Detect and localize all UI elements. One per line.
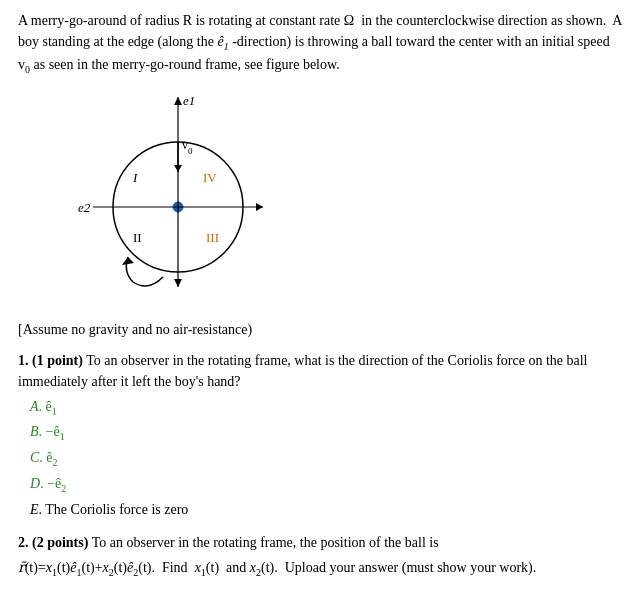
answer-choices-q1: A. ê1 B. −ê1 C. ê2 D. −ê2 E. The Corioli…	[30, 396, 623, 520]
svg-text:I: I	[132, 170, 138, 185]
assume-section: [Assume no gravity and no air-resistance…	[18, 319, 623, 340]
svg-text:IV: IV	[203, 170, 217, 185]
svg-text:v0: v0	[182, 138, 193, 156]
q2-label: 2. (2 points) To an observer in the rota…	[18, 532, 623, 553]
svg-text:e1: e1	[183, 93, 195, 108]
choice-E: E. The Coriolis force is zero	[30, 499, 623, 520]
choice-A: A. ê1	[30, 396, 623, 419]
figure-container: I IV II III e1 e2 v0	[78, 87, 278, 303]
svg-marker-9	[122, 257, 134, 265]
choice-D: D. −ê2	[30, 473, 623, 496]
svg-text:II: II	[133, 230, 142, 245]
choice-C: C. ê2	[30, 447, 623, 470]
q2-formula: r̄(t)=x1(t)ê1(t)+x2(t)ê2(t). Find x1(t) …	[18, 557, 623, 580]
question2-section: 2. (2 points) To an observer in the rota…	[18, 532, 623, 580]
intro-paragraph: A merry-go-around of radius R is rotatin…	[18, 10, 623, 77]
question1-section: 1. (1 point) To an observer in the rotat…	[18, 350, 623, 520]
svg-marker-6	[174, 279, 182, 287]
choice-B: B. −ê1	[30, 421, 623, 444]
q1-label: 1. (1 point) To an observer in the rotat…	[18, 350, 623, 392]
svg-text:III: III	[206, 230, 219, 245]
svg-text:e2: e2	[78, 200, 91, 215]
svg-marker-5	[174, 97, 182, 105]
svg-marker-3	[256, 203, 263, 211]
assume-text: [Assume no gravity and no air-resistance…	[18, 319, 623, 340]
svg-marker-8	[174, 165, 182, 172]
problem-statement: A merry-go-around of radius R is rotatin…	[18, 10, 623, 77]
merry-go-round-diagram: I IV II III e1 e2 v0	[78, 87, 278, 297]
